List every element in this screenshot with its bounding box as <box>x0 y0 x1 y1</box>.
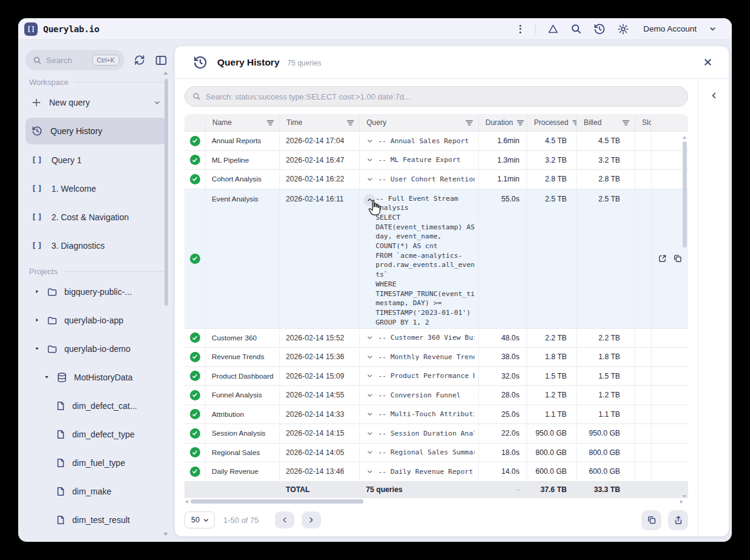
project-querylab-io-app[interactable]: querylab-io-app <box>24 306 169 334</box>
brand: [] Querylab.io <box>24 22 100 36</box>
sidebar-search-input[interactable] <box>46 56 81 65</box>
database-icon <box>56 372 67 383</box>
open-in-new-icon[interactable] <box>658 254 667 263</box>
table-row[interactable]: ML Pipeline 2026-02-14 16:47 -- ML Featu… <box>184 151 688 170</box>
more-menu-button[interactable] <box>517 25 524 33</box>
sidebar-item-query-history[interactable]: Query History <box>25 118 167 144</box>
copy-icon[interactable] <box>673 254 683 263</box>
table-row[interactable]: Cohort Analysis 2026-02-14 16:22 -- User… <box>184 170 688 189</box>
expand-chevron-icon[interactable] <box>366 468 374 476</box>
sidebar-search[interactable]: Ctrl+K <box>25 50 124 70</box>
filter-icon[interactable] <box>462 119 473 127</box>
expand-chevron-icon[interactable] <box>366 391 374 399</box>
table-row[interactable]: Annual Reports 2026-02-14 17:04 -- Annua… <box>184 132 688 151</box>
expand-chevron-icon[interactable] <box>366 430 374 437</box>
filter-icon[interactable] <box>618 119 630 127</box>
caret-down-icon[interactable] <box>34 345 40 352</box>
table-total-row: TOTAL 75 queries - 37.6 TB 33.3 TB <box>184 482 688 498</box>
expand-chevron-icon[interactable] <box>366 410 374 418</box>
caret-right-icon[interactable] <box>34 317 40 323</box>
refresh-button[interactable] <box>133 54 146 66</box>
sidebar-item-welcome[interactable]: [] 1. Welcome <box>25 174 167 203</box>
scroll-left-arrow[interactable] <box>185 500 188 504</box>
history-icon-button[interactable] <box>593 23 606 35</box>
expand-chevron-icon[interactable] <box>366 137 374 145</box>
sidebar-item-query-1[interactable]: [] Query 1 <box>25 146 167 174</box>
next-page-button[interactable] <box>302 511 321 528</box>
projects-section-label: Projects <box>29 267 164 276</box>
project-bigquery-public[interactable]: bigquery-public-... <box>24 277 169 306</box>
table-row[interactable]: Session Analysis 2026-02-14 14:15 -- Ses… <box>184 424 688 444</box>
time-column-header: Time <box>280 114 360 131</box>
brackets-icon: [] <box>32 212 44 221</box>
close-panel-button[interactable] <box>703 57 713 67</box>
select-chevron-down-icon <box>202 516 210 524</box>
table-vertical-scrollbar[interactable] <box>683 141 687 248</box>
sidebar-scroll-down-arrow[interactable] <box>163 533 168 536</box>
table-row[interactable]: Revenue Trends 2026-02-14 15:36 -- Month… <box>184 348 688 367</box>
new-query-chevron-down-icon[interactable] <box>153 98 161 107</box>
sidebar-scrollbar[interactable] <box>164 79 168 306</box>
caret-down-icon[interactable] <box>44 374 50 380</box>
folder-icon <box>47 315 58 326</box>
sidebar-item-cost-navigation[interactable]: [] 2. Cost & Navigation <box>25 203 167 231</box>
table-dim-fuel-type[interactable]: dim_fuel_type <box>24 448 169 477</box>
table-row[interactable]: Daily Revenue 2026-02-14 13:46 -- Daily … <box>184 462 688 482</box>
previous-page-button[interactable] <box>275 511 294 528</box>
success-status-icon <box>190 467 200 477</box>
folder-icon <box>47 286 58 297</box>
page-size-select[interactable]: 50 <box>184 511 215 528</box>
table-dim-defect-cat[interactable]: dim_defect_cat... <box>24 391 169 420</box>
sidebar-item-diagnostics[interactable]: [] 3. Diagnostics <box>25 231 167 260</box>
expand-chevron-icon[interactable] <box>366 156 374 164</box>
caret-right-icon[interactable] <box>34 288 40 295</box>
table-row[interactable]: Attribution 2026-02-14 14:33 -- Multi-To… <box>184 405 688 425</box>
table-horizontal-scrollbar[interactable] <box>184 498 688 504</box>
triangle-icon-button[interactable] <box>547 23 559 35</box>
collapse-chevron-button[interactable] <box>363 194 376 206</box>
dataset-mothistorydata[interactable]: MotHistoryData <box>24 363 169 391</box>
expand-chevron-icon[interactable] <box>366 448 374 456</box>
filter-icon[interactable] <box>263 119 274 127</box>
details-rail <box>698 79 729 536</box>
filter-icon[interactable] <box>569 119 577 127</box>
search-icon <box>192 92 201 101</box>
table-row-expanded[interactable]: Event Analysis 2026-02-14 16:11 -- Full … <box>184 189 688 329</box>
toggle-sidebar-button[interactable] <box>155 54 167 67</box>
top-bar: [] Querylab.io Demo Account <box>18 18 732 40</box>
table-row[interactable]: Product Dashboard 2026-02-14 15:09 -- Pr… <box>184 367 688 386</box>
table-dim-make[interactable]: dim_make <box>24 477 169 505</box>
horizontal-scroll-thumb[interactable] <box>191 499 363 504</box>
filter-icon[interactable] <box>343 119 354 127</box>
search-icon-button[interactable] <box>570 23 582 35</box>
file-icon <box>56 487 66 496</box>
project-querylab-io-demo[interactable]: querylab-io-demo <box>24 334 169 363</box>
collapse-panel-chevron[interactable] <box>709 91 718 100</box>
query-column-header: Query <box>360 114 479 131</box>
expand-chevron-icon[interactable] <box>366 175 374 183</box>
table-row[interactable]: Funnel Analysis 2026-02-14 14:55 -- Conv… <box>184 386 688 405</box>
scroll-right-arrow[interactable] <box>680 500 683 504</box>
account-chevron-down-icon[interactable] <box>708 24 717 33</box>
new-query-button[interactable]: New query <box>25 88 167 116</box>
table-scroll-up-arrow[interactable] <box>683 136 686 139</box>
gear-icon-button[interactable] <box>617 23 629 35</box>
expand-chevron-icon[interactable] <box>366 353 374 361</box>
success-status-icon <box>190 254 200 264</box>
copy-results-button[interactable] <box>641 510 661 530</box>
table-row[interactable]: Regional Sales 2026-02-14 14:05 -- Regio… <box>184 444 688 463</box>
expand-chevron-icon[interactable] <box>366 334 374 342</box>
file-icon <box>56 458 66 468</box>
expand-chevron-icon[interactable] <box>366 372 374 380</box>
history-search-bar[interactable] <box>184 86 688 107</box>
filter-icon[interactable] <box>513 119 524 127</box>
sidebar-scroll-up-arrow[interactable] <box>163 72 168 75</box>
history-search-input[interactable] <box>206 92 680 101</box>
folder-icon <box>47 343 58 354</box>
table-dim-defect-type[interactable]: dim_defect_type <box>24 420 169 448</box>
export-button[interactable] <box>668 510 688 530</box>
table-row[interactable]: Customer 360 2026-02-14 15:52 -- Custome… <box>184 329 688 348</box>
table-dim-test-result[interactable]: dim_test_result <box>24 505 169 534</box>
account-menu-label[interactable]: Demo Account <box>643 24 697 33</box>
app-logo-icon: [] <box>24 22 38 36</box>
